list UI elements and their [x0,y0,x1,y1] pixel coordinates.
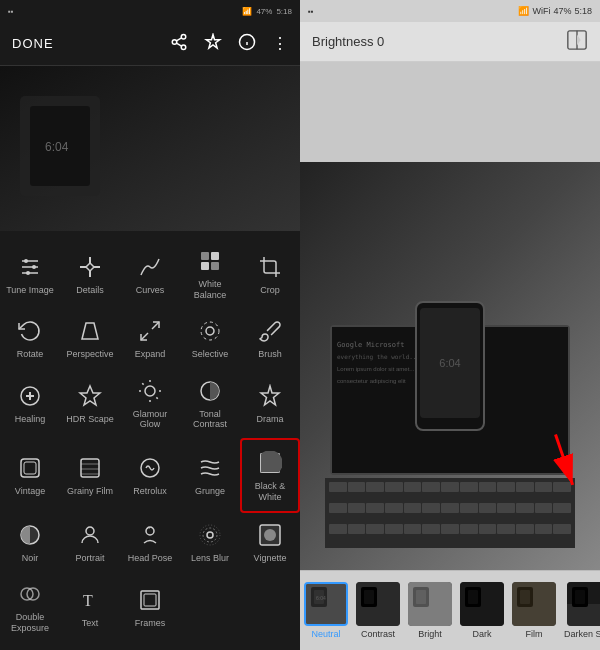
filter-bright-label: Bright [418,629,442,639]
tool-doubleexp-label: Double Exposure [4,612,56,634]
svg-text:Google Microsoft: Google Microsoft [337,341,404,349]
tool-doubleexp[interactable]: Double Exposure [0,572,60,642]
magic-icon[interactable] [204,33,222,55]
svg-marker-18 [86,263,94,271]
filter-contrast[interactable]: Contrast [356,582,400,639]
tool-details[interactable]: Details [60,239,120,309]
svg-text:T: T [83,592,93,609]
svg-text:Lorem ipsum dolor sit amet...: Lorem ipsum dolor sit amet... [337,366,415,372]
tool-drama[interactable]: Drama [240,368,300,438]
tool-drama-label: Drama [256,414,283,425]
tool-lensblur[interactable]: Lens Blur [180,513,240,572]
tool-hdr[interactable]: HDR Scape [60,368,120,438]
tool-text[interactable]: T Text [60,572,120,642]
filter-strip: 6:04 Neutral Contrast [300,570,600,650]
tool-headpose-label: Head Pose [128,553,173,564]
svg-point-1 [172,39,177,44]
signal-icon: 📶 [242,7,252,16]
svg-rect-41 [24,462,36,474]
share-icon[interactable] [170,33,188,55]
tool-rotate[interactable]: Rotate [0,309,60,368]
tool-noir[interactable]: Noir [0,513,60,572]
svg-rect-21 [201,262,209,270]
tool-bw[interactable]: Black &White [240,438,300,512]
tool-healing-label: Healing [15,414,46,425]
tool-retrolux[interactable]: Retrolux [120,438,180,512]
svg-rect-42 [81,459,99,477]
main-image: Google Microsoft everything the world...… [300,162,600,570]
battery-right: 47% [553,6,571,16]
tool-healing[interactable]: Healing [0,368,60,438]
tool-brush[interactable]: Brush [240,309,300,368]
svg-point-52 [203,528,217,542]
filter-film-label: Film [526,629,543,639]
tool-bw-label: Black &White [255,481,286,503]
svg-rect-20 [211,252,219,260]
svg-text:everything the world...: everything the world... [337,353,420,361]
tool-frames-label: Frames [135,618,166,629]
image-preview: 6:04 [0,66,300,231]
tool-tune-label: Tune Image [6,285,54,296]
tool-grainy[interactable]: Grainy Film [60,438,120,512]
tool-glamour[interactable]: Glamour Glow [120,368,180,438]
tool-hdr-label: HDR Scape [66,414,114,425]
tool-vintage[interactable]: Vintage [0,438,60,512]
svg-point-16 [32,265,36,269]
svg-line-69 [538,435,590,485]
top-bar-icons: ⋮ [170,33,288,55]
svg-point-17 [26,271,30,275]
svg-rect-19 [201,252,209,260]
tool-curves[interactable]: Curves [120,239,180,309]
tool-frames[interactable]: Frames [120,572,180,642]
tool-crop[interactable]: Crop [240,239,300,309]
tool-tonal-label: Tonal Contrast [184,409,236,431]
filter-bright-thumb [408,582,452,626]
tools-grid: Tune Image Details Curves White Balance [0,231,300,650]
tool-perspective[interactable]: Perspective [60,309,120,368]
tool-selective-label: Selective [192,349,229,360]
svg-rect-90 [512,582,556,626]
filter-dark[interactable]: Dark [460,582,504,639]
filter-darken-sky[interactable]: Darken Sk... [564,582,600,639]
tool-expand[interactable]: Expand [120,309,180,368]
svg-line-3 [176,43,181,46]
phone-overlay: 6:04 [415,301,485,431]
tool-details-label: Details [76,285,104,296]
time-left: 5:18 [276,7,292,16]
svg-point-27 [201,322,219,340]
tool-vignette[interactable]: Vignette [240,513,300,572]
svg-line-24 [152,322,159,329]
battery-text: 47% [256,7,272,16]
tool-retrolux-label: Retrolux [133,486,167,497]
done-button[interactable]: DONE [12,36,54,51]
filter-contrast-thumb [356,582,400,626]
filter-neutral[interactable]: 6:04 Neutral [304,582,348,639]
tool-portrait[interactable]: Portrait [60,513,120,572]
tool-headpose[interactable]: Head Pose [120,513,180,572]
svg-rect-74 [306,582,346,626]
filter-film-thumb [512,582,556,626]
tool-tune[interactable]: Tune Image [0,239,60,309]
tool-curves-label: Curves [136,285,165,296]
info-icon[interactable] [238,33,256,55]
tool-text-label: Text [82,618,99,629]
tool-grainy-label: Grainy Film [67,486,113,497]
tool-white-balance[interactable]: White Balance [180,239,240,309]
signal-right-icon: 📶 [518,6,529,16]
svg-text:consectetur adipiscing elit: consectetur adipiscing elit [337,378,406,384]
tool-vignette-label: Vignette [254,553,287,564]
tool-tonal[interactable]: Tonal Contrast [180,368,240,438]
filter-bright[interactable]: Bright [408,582,452,639]
tool-expand-label: Expand [135,349,166,360]
tool-perspective-label: Perspective [66,349,113,360]
right-panel: ▪▪ 📶 WiFi 47% 5:18 Brightness 0 [300,0,600,650]
svg-point-55 [264,529,276,541]
filter-film[interactable]: Film [512,582,556,639]
svg-rect-22 [211,262,219,270]
tool-vintage-label: Vintage [15,486,45,497]
tool-selective[interactable]: Selective [180,309,240,368]
status-bar-right: ▪▪ 📶 WiFi 47% 5:18 [300,0,600,22]
compare-icon[interactable] [566,29,588,55]
more-icon[interactable]: ⋮ [272,34,288,53]
tool-grunge[interactable]: Grunge [180,438,240,512]
